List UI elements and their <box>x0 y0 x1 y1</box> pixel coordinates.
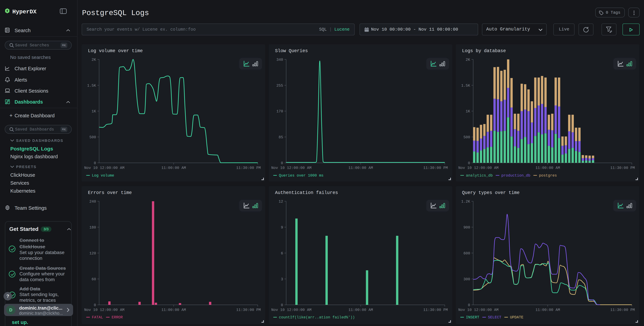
svg-text:Queries over 1000 ms: Queries over 1000 ms <box>279 173 324 178</box>
svg-text:120: 120 <box>89 251 96 256</box>
svg-text:11:00:00 AM: 11:00:00 AM <box>536 166 560 170</box>
svg-text:255: 255 <box>276 84 283 88</box>
svg-text:11:30:00 PM: 11:30:00 PM <box>236 166 261 170</box>
svg-text:Nov 10 12:00:00 AM: Nov 10 12:00:00 AM <box>458 308 498 312</box>
svg-text:1K: 1K <box>466 109 470 114</box>
svg-text:analytics_db: analytics_db <box>466 173 493 178</box>
svg-text:2K: 2K <box>466 58 470 62</box>
svg-text:500: 500 <box>89 135 96 139</box>
svg-text:Nov 10 12:00:00 AM: Nov 10 12:00:00 AM <box>271 308 312 312</box>
svg-text:11:00:00 AM: 11:00:00 AM <box>536 308 560 312</box>
svg-text:3: 3 <box>281 277 283 281</box>
svg-text:600: 600 <box>464 251 470 256</box>
svg-text:Log volume: Log volume <box>92 173 114 178</box>
svg-text:FATAL: FATAL <box>92 315 103 319</box>
svg-text:11:00:00 AM: 11:00:00 AM <box>161 308 186 312</box>
svg-text:340: 340 <box>276 58 283 62</box>
svg-text:0: 0 <box>468 303 470 307</box>
svg-text:Nov 10 12:00:00 AM: Nov 10 12:00:00 AM <box>458 166 498 170</box>
svg-text:1.5K: 1.5K <box>461 84 470 88</box>
svg-text:900: 900 <box>464 225 470 230</box>
svg-text:production_db: production_db <box>501 173 530 178</box>
svg-text:2K: 2K <box>92 58 96 62</box>
svg-text:countIf(like(arr..ation failed: countIf(like(arr..ation failed%')) <box>279 315 355 319</box>
svg-text:ERROR: ERROR <box>112 315 123 319</box>
svg-text:60: 60 <box>92 277 96 281</box>
svg-text:11:00:00 AM: 11:00:00 AM <box>348 166 373 170</box>
svg-text:0: 0 <box>281 161 283 165</box>
svg-text:INSERT: INSERT <box>466 315 479 319</box>
svg-text:Nov 10 12:00:00 AM: Nov 10 12:00:00 AM <box>84 308 124 312</box>
svg-text:SELECT: SELECT <box>488 315 501 319</box>
svg-text:1.5K: 1.5K <box>87 84 96 88</box>
svg-text:1K: 1K <box>92 109 96 114</box>
svg-text:85: 85 <box>279 135 283 139</box>
svg-text:Nov 10 12:00:00 AM: Nov 10 12:00:00 AM <box>84 166 124 170</box>
svg-text:9: 9 <box>281 225 283 230</box>
svg-text:0: 0 <box>94 303 96 307</box>
svg-text:UPDATE: UPDATE <box>510 315 523 319</box>
svg-text:postgres: postgres <box>539 173 557 178</box>
svg-text:Nov 10 12:00:00 AM: Nov 10 12:00:00 AM <box>271 166 312 170</box>
svg-text:1.2K: 1.2K <box>461 200 470 204</box>
svg-text:11:30:00 PM: 11:30:00 PM <box>610 308 635 312</box>
svg-text:180: 180 <box>89 225 96 230</box>
svg-text:240: 240 <box>89 200 96 204</box>
svg-text:11:30:00 PM: 11:30:00 PM <box>236 308 261 312</box>
svg-text:0: 0 <box>94 161 96 165</box>
svg-text:11:00:00 AM: 11:00:00 AM <box>161 166 186 170</box>
svg-text:300: 300 <box>464 277 470 281</box>
svg-text:0: 0 <box>281 303 283 307</box>
svg-text:12: 12 <box>279 200 283 204</box>
svg-text:500: 500 <box>464 135 470 139</box>
svg-text:11:30:00 PM: 11:30:00 PM <box>423 166 448 170</box>
svg-text:6: 6 <box>281 251 283 256</box>
svg-text:11:30:00 PM: 11:30:00 PM <box>423 308 448 312</box>
svg-text:11:00:00 AM: 11:00:00 AM <box>348 308 373 312</box>
svg-text:0: 0 <box>468 161 470 165</box>
svg-text:11:30:00 PM: 11:30:00 PM <box>610 166 635 170</box>
svg-text:170: 170 <box>276 109 283 114</box>
